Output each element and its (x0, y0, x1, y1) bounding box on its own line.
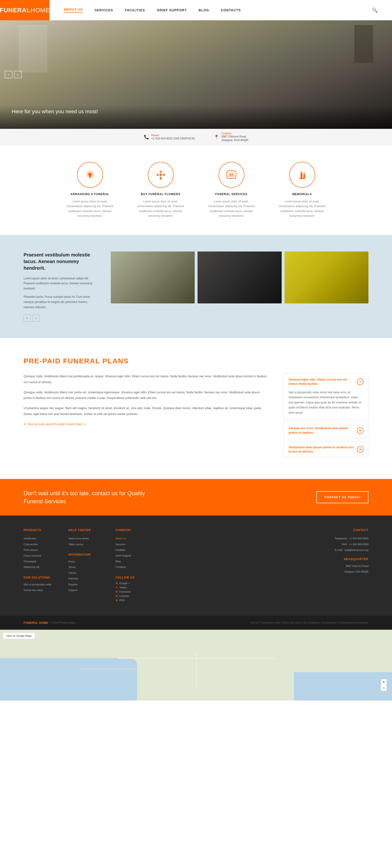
accordion-toggle-2[interactable]: + (357, 427, 363, 434)
footer-logo: FUNERAL HOME (24, 621, 48, 624)
footer-products: PRODUCTS Vestibulum Culla lacinia Proin … (24, 528, 57, 602)
service-desc-arranging: Lorem ipsum dolor sit amet, consectetuer… (64, 199, 116, 218)
service-item-funeral[interactable]: FUNERAL SERVICES Lorem ipsum dolor sit a… (205, 162, 257, 218)
gallery-image-1[interactable] (111, 251, 195, 303)
footer-company-5[interactable]: Blog (116, 558, 149, 564)
service-desc-memorials: Lorem ipsum dolor sit amet, consectetuer… (276, 199, 328, 218)
accordion-header-2[interactable]: Aenean nec eros. Vestibulum ante ipsum p… (284, 422, 368, 438)
svg-point-1 (160, 170, 162, 173)
footer-company-3[interactable]: Facilities (116, 547, 149, 553)
hero-nav-right[interactable]: › (14, 71, 22, 78)
hero-tagline: Here for you when you need us most! (12, 108, 98, 115)
footer-help: HELP CENTER Varius eros donec Talfen soc… (68, 528, 104, 602)
footer-follow-heading: FOLLOW US (116, 576, 149, 579)
hero-section: ‹ › Here for you when you need us most! (0, 20, 392, 129)
nav-services[interactable]: SERVICES (95, 8, 113, 12)
footer-info-4[interactable]: Partners (68, 576, 104, 581)
location-label: Location: (221, 132, 248, 135)
footer-info-5[interactable]: Reseller (68, 582, 104, 587)
footer-solutions-heading: OUR SOLUTIONS (24, 576, 57, 579)
svg-point-3 (157, 174, 159, 176)
service-icon-circle-flowers (148, 162, 174, 188)
footer-hq-city: Glasgow DO4 8NQR (321, 569, 368, 575)
footer-product-2[interactable]: Culla lacinia (24, 541, 57, 547)
plans-link[interactable]: ✉ Find out more about Pre-paid Funeral P… (24, 423, 267, 426)
footer-help-1[interactable]: Varius eros donec (68, 535, 104, 541)
hero-nav-left[interactable]: ‹ (5, 71, 12, 78)
service-item-memorials[interactable]: MEMORIALS Lorem ipsum dolor sit amet, co… (276, 162, 328, 218)
contact-bar: 📞 Phone: +1 919 603-6032 (585-5SERVICE) … (0, 129, 392, 145)
footer-info-2[interactable]: Terms (68, 564, 104, 570)
service-desc-funeral: Lorem ipsum dolor sit amet, consectetuer… (205, 199, 257, 218)
footer-help-heading: HELP CENTER (68, 528, 104, 532)
service-title-flowers: BUY FUNERAL FLOWERS (135, 192, 187, 196)
footer-telephone: Telephone:+1 919 603 6025 (321, 535, 368, 541)
footer-email: E-mail:mail@siteservice.org (321, 547, 368, 553)
footer-help-2[interactable]: Talfen socius (68, 541, 104, 547)
footer-company-1[interactable]: About us (116, 535, 149, 541)
plans-para1: Quisque nulla. Vestibulum libero nisl po… (24, 373, 267, 385)
footer-product-5[interactable]: Consequat (24, 558, 57, 564)
footer-social-twitter[interactable]: ✦ Twitter (116, 586, 149, 589)
footer-bottom: FUNERAL HOME © 2014 Privacy policy Sed u… (0, 616, 392, 630)
arranging-icon (84, 169, 96, 181)
service-item-arranging[interactable]: ARRANGING A FUNERAL Lorem ipsum dolor si… (64, 162, 116, 218)
footer-social-rss[interactable]: ⊕ RSS (116, 598, 149, 602)
logo-block[interactable]: FUNERALHOME (0, 0, 50, 20)
plans-left: Quisque nulla. Vestibulum libero nisl po… (24, 373, 267, 460)
accordion-header-1[interactable]: Vivamus eget nibh. Etiam cursus leo vel … (284, 374, 368, 390)
service-item-flowers[interactable]: BUY FUNERAL FLOWERS Lorem ipsum dolor si… (135, 162, 187, 218)
footer-solution-1: Sed ut perspiciatis unde: (24, 582, 57, 587)
footer-info-1[interactable]: Press (68, 559, 104, 564)
gallery-images (111, 251, 368, 303)
footer-info-6[interactable]: Support (68, 587, 104, 593)
gallery-text-block: Praesent vestibulum molestie lacus. Aene… (24, 251, 99, 322)
gallery-prev-button[interactable]: ‹ (24, 314, 31, 321)
gallery-para2: Phasellus porta. Fusce suscipit varius m… (24, 294, 99, 310)
map-zoom-in[interactable]: + (381, 679, 387, 685)
gallery-image-2[interactable] (198, 251, 282, 303)
nav-blog[interactable]: BLOG (198, 8, 209, 12)
nav-facilities[interactable]: FACILITIES (125, 8, 145, 12)
cta-button[interactable]: CONTACT US TODAY! (316, 491, 368, 503)
footer-info-3[interactable]: Clients (68, 570, 104, 576)
gallery-next-button[interactable]: › (33, 314, 40, 321)
footer-social-linkedin[interactable]: ⊕ LinkedIn (116, 594, 149, 598)
phone-icon: 📞 (144, 134, 149, 140)
logo-text: FUNERALHOME (0, 7, 50, 14)
map-zoom-controls: + − (381, 679, 387, 691)
footer-company-6[interactable]: Contacts (116, 564, 149, 570)
footer-social-google[interactable]: ⊕ Google + (116, 582, 149, 585)
google-icon: ⊕ (116, 582, 118, 585)
nav-about-us[interactable]: ABOUT US (64, 7, 83, 13)
footer-information-heading: INFORMATION (68, 553, 104, 556)
phone-info: 📞 Phone: +1 919 603-6032 (585-5SERVICE) (144, 132, 195, 142)
nav-grief-support[interactable]: GRIEF SUPPORT (157, 8, 187, 12)
accordion-toggle-3[interactable]: + (357, 446, 363, 453)
gallery-heading: Praesent vestibulum molestie lacus. Aene… (24, 251, 99, 271)
location-address: 6987 Filimore Road (221, 135, 246, 138)
footer-copy: © 2014 Privacy policy (51, 621, 75, 624)
footer-company-4[interactable]: Grief Support (116, 553, 149, 558)
service-title-arranging: ARRANGING A FUNERAL (64, 192, 116, 196)
footer-company-2[interactable]: Services (116, 541, 149, 547)
main-nav: ABOUT US SERVICES FACILITIES GRIEF SUPPO… (50, 7, 392, 13)
footer-product-4[interactable]: Fusce euismod (24, 553, 57, 558)
view-google-maps-button[interactable]: View on Google Maps (3, 632, 35, 639)
service-icon-circle-arranging (77, 162, 103, 188)
search-icon[interactable]: 🔍 (372, 7, 378, 13)
plans-title: PRE-PAID FUNERAL PLANS (24, 357, 368, 365)
rss-icon: ⊕ (116, 598, 118, 602)
footer-product-1[interactable]: Vestibulum (24, 535, 57, 541)
footer-social-facebook[interactable]: ⊕ Facebook (116, 590, 149, 593)
phone-number: +1 919 603-6032 (585-5SERVICE) (151, 137, 195, 140)
footer-product-6[interactable]: Adipiscing elit (24, 564, 57, 570)
accordion-header-3[interactable]: Vestibulum ante ipsum primis in fauibus … (284, 441, 368, 458)
map-zoom-out[interactable]: − (381, 685, 387, 691)
footer-product-3[interactable]: Proin dictum (24, 547, 57, 553)
nav-contacts[interactable]: CONTACTS (221, 8, 241, 12)
accordion-toggle-1[interactable]: − (357, 378, 363, 385)
svg-rect-13 (299, 178, 305, 179)
gallery-image-3[interactable] (285, 251, 368, 303)
gallery-nav: ‹ › (24, 314, 99, 321)
